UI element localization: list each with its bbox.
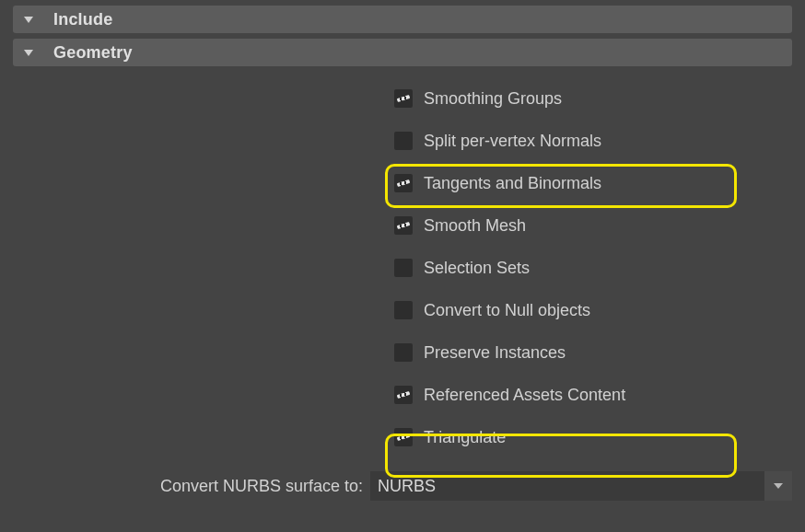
dropdown-arrow-box — [764, 471, 792, 501]
section-title: Include — [53, 10, 112, 29]
disclosure-triangle-icon — [24, 17, 33, 23]
geometry-options-list: Smoothing Groups Split per-vertex Normal… — [394, 77, 805, 458]
option-label: Triangulate — [424, 428, 506, 447]
option-split-normals: Split per-vertex Normals — [394, 120, 805, 162]
option-convert-null: Convert to Null objects — [394, 289, 805, 331]
checkbox-selection-sets[interactable] — [394, 259, 413, 277]
option-label: Convert to Null objects — [424, 301, 590, 320]
option-selection-sets: Selection Sets — [394, 247, 805, 289]
disclosure-triangle-icon — [24, 50, 33, 56]
option-smoothing-groups: Smoothing Groups — [394, 77, 805, 120]
option-label: Tangents and Binormals — [424, 174, 601, 193]
checkbox-split-normals[interactable] — [394, 132, 413, 150]
option-referenced-assets: Referenced Assets Content — [394, 374, 805, 416]
checkbox-tangents-binormals[interactable] — [394, 174, 413, 192]
option-label: Preserve Instances — [424, 343, 566, 363]
option-preserve-instances: Preserve Instances — [394, 331, 805, 374]
checkbox-convert-null[interactable] — [394, 301, 413, 319]
checkbox-referenced-assets[interactable] — [394, 386, 413, 404]
option-label: Smoothing Groups — [424, 89, 562, 109]
option-label: Smooth Mesh — [424, 216, 526, 236]
option-label: Referenced Assets Content — [424, 386, 625, 405]
chevron-down-icon — [774, 483, 783, 489]
checkbox-preserve-instances[interactable] — [394, 343, 413, 362]
nurbs-dropdown[interactable]: NURBS — [370, 471, 792, 501]
section-header-include[interactable]: Include — [13, 6, 792, 33]
option-label: Split per-vertex Normals — [424, 132, 601, 151]
nurbs-row: Convert NURBS surface to: NURBS — [0, 469, 805, 503]
option-smooth-mesh: Smooth Mesh — [394, 204, 805, 247]
section-header-geometry[interactable]: Geometry — [13, 39, 792, 66]
checkbox-triangulate[interactable] — [394, 428, 413, 446]
checkbox-smooth-mesh[interactable] — [394, 216, 413, 235]
section-title: Geometry — [53, 43, 133, 63]
nurbs-dropdown-value: NURBS — [370, 477, 436, 496]
nurbs-label: Convert NURBS surface to: — [0, 477, 370, 496]
checkbox-smoothing-groups[interactable] — [394, 89, 413, 108]
option-label: Selection Sets — [424, 259, 530, 278]
option-triangulate: Triangulate — [394, 416, 805, 458]
option-tangents-binormals: Tangents and Binormals — [394, 162, 805, 204]
